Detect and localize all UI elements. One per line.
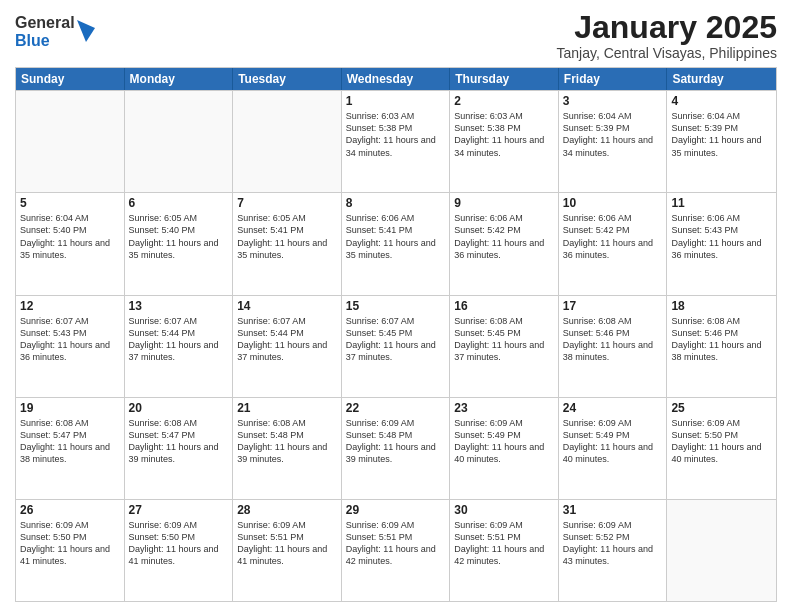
- day-number: 10: [563, 196, 663, 210]
- day-cell-8: 8Sunrise: 6:06 AM Sunset: 5:41 PM Daylig…: [342, 193, 451, 294]
- day-info: Sunrise: 6:08 AM Sunset: 5:48 PM Dayligh…: [237, 417, 337, 466]
- day-number: 11: [671, 196, 772, 210]
- day-number: 23: [454, 401, 554, 415]
- day-info: Sunrise: 6:09 AM Sunset: 5:49 PM Dayligh…: [563, 417, 663, 466]
- day-info: Sunrise: 6:04 AM Sunset: 5:39 PM Dayligh…: [671, 110, 772, 159]
- svg-marker-0: [77, 20, 95, 42]
- day-number: 8: [346, 196, 446, 210]
- day-cell-18: 18Sunrise: 6:08 AM Sunset: 5:46 PM Dayli…: [667, 296, 776, 397]
- logo-icon: [77, 20, 95, 42]
- day-info: Sunrise: 6:08 AM Sunset: 5:47 PM Dayligh…: [129, 417, 229, 466]
- day-info: Sunrise: 6:09 AM Sunset: 5:51 PM Dayligh…: [454, 519, 554, 568]
- day-number: 3: [563, 94, 663, 108]
- day-info: Sunrise: 6:07 AM Sunset: 5:45 PM Dayligh…: [346, 315, 446, 364]
- day-cell-12: 12Sunrise: 6:07 AM Sunset: 5:43 PM Dayli…: [16, 296, 125, 397]
- calendar-body: 1Sunrise: 6:03 AM Sunset: 5:38 PM Daylig…: [16, 90, 776, 601]
- header-day-friday: Friday: [559, 68, 668, 90]
- day-info: Sunrise: 6:03 AM Sunset: 5:38 PM Dayligh…: [346, 110, 446, 159]
- header-day-thursday: Thursday: [450, 68, 559, 90]
- day-info: Sunrise: 6:09 AM Sunset: 5:50 PM Dayligh…: [129, 519, 229, 568]
- day-cell-1: 1Sunrise: 6:03 AM Sunset: 5:38 PM Daylig…: [342, 91, 451, 192]
- day-info: Sunrise: 6:07 AM Sunset: 5:43 PM Dayligh…: [20, 315, 120, 364]
- day-number: 18: [671, 299, 772, 313]
- day-cell-11: 11Sunrise: 6:06 AM Sunset: 5:43 PM Dayli…: [667, 193, 776, 294]
- day-info: Sunrise: 6:09 AM Sunset: 5:50 PM Dayligh…: [671, 417, 772, 466]
- day-number: 27: [129, 503, 229, 517]
- empty-cell-0-2: [233, 91, 342, 192]
- day-cell-28: 28Sunrise: 6:09 AM Sunset: 5:51 PM Dayli…: [233, 500, 342, 601]
- day-number: 31: [563, 503, 663, 517]
- day-info: Sunrise: 6:05 AM Sunset: 5:41 PM Dayligh…: [237, 212, 337, 261]
- day-number: 17: [563, 299, 663, 313]
- day-cell-30: 30Sunrise: 6:09 AM Sunset: 5:51 PM Dayli…: [450, 500, 559, 601]
- day-number: 28: [237, 503, 337, 517]
- week-row-3: 19Sunrise: 6:08 AM Sunset: 5:47 PM Dayli…: [16, 397, 776, 499]
- day-number: 7: [237, 196, 337, 210]
- day-number: 16: [454, 299, 554, 313]
- day-info: Sunrise: 6:08 AM Sunset: 5:45 PM Dayligh…: [454, 315, 554, 364]
- day-number: 25: [671, 401, 772, 415]
- week-row-1: 5Sunrise: 6:04 AM Sunset: 5:40 PM Daylig…: [16, 192, 776, 294]
- day-number: 22: [346, 401, 446, 415]
- calendar-header: SundayMondayTuesdayWednesdayThursdayFrid…: [16, 68, 776, 90]
- day-info: Sunrise: 6:05 AM Sunset: 5:40 PM Dayligh…: [129, 212, 229, 261]
- logo-blue: Blue: [15, 32, 75, 50]
- logo-text: General Blue: [15, 14, 75, 49]
- day-number: 4: [671, 94, 772, 108]
- day-cell-6: 6Sunrise: 6:05 AM Sunset: 5:40 PM Daylig…: [125, 193, 234, 294]
- week-row-4: 26Sunrise: 6:09 AM Sunset: 5:50 PM Dayli…: [16, 499, 776, 601]
- day-info: Sunrise: 6:09 AM Sunset: 5:50 PM Dayligh…: [20, 519, 120, 568]
- day-cell-17: 17Sunrise: 6:08 AM Sunset: 5:46 PM Dayli…: [559, 296, 668, 397]
- day-number: 5: [20, 196, 120, 210]
- header-day-wednesday: Wednesday: [342, 68, 451, 90]
- day-cell-19: 19Sunrise: 6:08 AM Sunset: 5:47 PM Dayli…: [16, 398, 125, 499]
- day-number: 12: [20, 299, 120, 313]
- day-cell-26: 26Sunrise: 6:09 AM Sunset: 5:50 PM Dayli…: [16, 500, 125, 601]
- day-cell-29: 29Sunrise: 6:09 AM Sunset: 5:51 PM Dayli…: [342, 500, 451, 601]
- day-cell-3: 3Sunrise: 6:04 AM Sunset: 5:39 PM Daylig…: [559, 91, 668, 192]
- day-info: Sunrise: 6:04 AM Sunset: 5:39 PM Dayligh…: [563, 110, 663, 159]
- day-info: Sunrise: 6:09 AM Sunset: 5:51 PM Dayligh…: [237, 519, 337, 568]
- logo: General Blue: [15, 14, 95, 49]
- day-cell-24: 24Sunrise: 6:09 AM Sunset: 5:49 PM Dayli…: [559, 398, 668, 499]
- day-cell-27: 27Sunrise: 6:09 AM Sunset: 5:50 PM Dayli…: [125, 500, 234, 601]
- day-info: Sunrise: 6:03 AM Sunset: 5:38 PM Dayligh…: [454, 110, 554, 159]
- header-day-saturday: Saturday: [667, 68, 776, 90]
- day-cell-7: 7Sunrise: 6:05 AM Sunset: 5:41 PM Daylig…: [233, 193, 342, 294]
- day-cell-5: 5Sunrise: 6:04 AM Sunset: 5:40 PM Daylig…: [16, 193, 125, 294]
- day-cell-10: 10Sunrise: 6:06 AM Sunset: 5:42 PM Dayli…: [559, 193, 668, 294]
- day-info: Sunrise: 6:06 AM Sunset: 5:42 PM Dayligh…: [563, 212, 663, 261]
- day-info: Sunrise: 6:04 AM Sunset: 5:40 PM Dayligh…: [20, 212, 120, 261]
- empty-cell-0-0: [16, 91, 125, 192]
- day-info: Sunrise: 6:07 AM Sunset: 5:44 PM Dayligh…: [237, 315, 337, 364]
- day-info: Sunrise: 6:08 AM Sunset: 5:47 PM Dayligh…: [20, 417, 120, 466]
- day-cell-22: 22Sunrise: 6:09 AM Sunset: 5:48 PM Dayli…: [342, 398, 451, 499]
- day-number: 1: [346, 94, 446, 108]
- day-info: Sunrise: 6:07 AM Sunset: 5:44 PM Dayligh…: [129, 315, 229, 364]
- logo-general: General: [15, 14, 75, 32]
- day-number: 19: [20, 401, 120, 415]
- day-number: 26: [20, 503, 120, 517]
- calendar: SundayMondayTuesdayWednesdayThursdayFrid…: [15, 67, 777, 602]
- day-info: Sunrise: 6:09 AM Sunset: 5:48 PM Dayligh…: [346, 417, 446, 466]
- day-cell-14: 14Sunrise: 6:07 AM Sunset: 5:44 PM Dayli…: [233, 296, 342, 397]
- header-day-sunday: Sunday: [16, 68, 125, 90]
- day-cell-15: 15Sunrise: 6:07 AM Sunset: 5:45 PM Dayli…: [342, 296, 451, 397]
- subtitle: Tanjay, Central Visayas, Philippines: [557, 45, 778, 61]
- day-cell-9: 9Sunrise: 6:06 AM Sunset: 5:42 PM Daylig…: [450, 193, 559, 294]
- day-info: Sunrise: 6:09 AM Sunset: 5:52 PM Dayligh…: [563, 519, 663, 568]
- day-number: 9: [454, 196, 554, 210]
- day-cell-23: 23Sunrise: 6:09 AM Sunset: 5:49 PM Dayli…: [450, 398, 559, 499]
- day-cell-31: 31Sunrise: 6:09 AM Sunset: 5:52 PM Dayli…: [559, 500, 668, 601]
- day-info: Sunrise: 6:06 AM Sunset: 5:41 PM Dayligh…: [346, 212, 446, 261]
- day-number: 21: [237, 401, 337, 415]
- day-cell-13: 13Sunrise: 6:07 AM Sunset: 5:44 PM Dayli…: [125, 296, 234, 397]
- header: General Blue January 2025 Tanjay, Centra…: [15, 10, 777, 61]
- day-number: 6: [129, 196, 229, 210]
- day-info: Sunrise: 6:06 AM Sunset: 5:43 PM Dayligh…: [671, 212, 772, 261]
- page: General Blue January 2025 Tanjay, Centra…: [0, 0, 792, 612]
- day-info: Sunrise: 6:08 AM Sunset: 5:46 PM Dayligh…: [671, 315, 772, 364]
- empty-cell-0-1: [125, 91, 234, 192]
- day-info: Sunrise: 6:06 AM Sunset: 5:42 PM Dayligh…: [454, 212, 554, 261]
- day-info: Sunrise: 6:09 AM Sunset: 5:51 PM Dayligh…: [346, 519, 446, 568]
